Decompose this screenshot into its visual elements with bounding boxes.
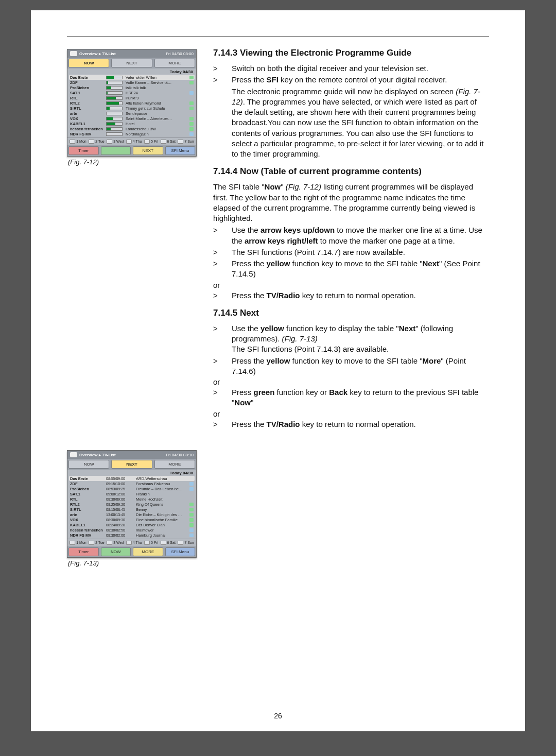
tv-color-key: Timer — [68, 547, 99, 556]
tv-programme-title: maintower — [136, 528, 188, 532]
tv-programme-time: 08:15/08:45 — [106, 508, 136, 511]
tv-programme-row: arteSendepause — [69, 111, 195, 116]
instruction-text: Press the yellow function key to move to… — [232, 259, 489, 280]
tv-day-item: 2 Tue — [89, 140, 105, 144]
tv-programme-row: ZDFVolle Kanne – Service tä… — [69, 80, 195, 85]
tv-footer-tabs: TimerNOWMORESFI Menu — [67, 546, 196, 557]
tv-programme-row: SAT.1HSE24 — [69, 90, 195, 95]
tv-progress-bar — [106, 117, 123, 121]
tv-progress-bar — [106, 132, 123, 136]
instruction-text: Use the yellow function key to display t… — [232, 323, 489, 355]
tv-programme-title: Forsthaus Falkenau — [136, 482, 188, 486]
tv-programme-row: KABEL108:24/09:20Der Denver Clan — [69, 522, 195, 527]
tv-programme-title: Sendepause — [126, 111, 194, 116]
tv-header: Overview ▸ TV-List Fri 04/30 08:10 — [67, 451, 196, 459]
tv-programme-row: Das Erste08:55/09:00ARD-Wetterschau — [69, 476, 195, 481]
tv-channel-name: ZDF — [70, 482, 106, 486]
instruction-text: Press the TV/Radio key to return to norm… — [232, 419, 489, 429]
tv-programme-time: 08:24/09:20 — [106, 523, 136, 527]
tv-programme-title: Timmy geht zur Schule — [126, 106, 188, 111]
tv-programme-title: Der Denver Clan — [136, 523, 188, 527]
sfi-logo-icon — [70, 452, 77, 457]
tv-channel-name: Das Erste — [70, 476, 106, 481]
tv-genre-icon — [189, 534, 194, 537]
tv-genre-icon — [189, 76, 194, 79]
tv-tab: MORE — [154, 460, 195, 469]
or-separator: or — [213, 409, 489, 418]
tv-tab: NOW — [68, 59, 109, 67]
instruction-item: > Press green function key or Back key t… — [213, 387, 489, 408]
instruction-marker: > — [213, 356, 232, 377]
tv-color-key: SFI Menu — [165, 547, 196, 556]
sfi-logo-icon — [70, 51, 77, 56]
tv-day-item: 3 Wed — [107, 140, 124, 144]
tv-genre-icon — [189, 523, 194, 527]
instruction-item: > Press the TV/Radio key to return to no… — [213, 290, 489, 301]
tv-programme-time: 08:30/09:30 — [106, 518, 136, 522]
tv-day-item: 7 Sun — [178, 140, 194, 144]
tv-breadcrumb: Overview ▸ TV-List — [79, 51, 116, 56]
tv-channel-name: S RTL — [70, 507, 106, 512]
instruction-marker: > — [213, 419, 232, 429]
tv-programme-time: 08:30/09:00 — [106, 497, 136, 501]
tv-tab: NOW — [68, 460, 109, 469]
two-column-layout: Overview ▸ TV-List Fri 04/30 08:00 NOWNE… — [67, 47, 489, 576]
tv-channel-name: RTL2 — [70, 101, 106, 106]
instruction-marker: > — [213, 290, 232, 301]
tv-programme-row: RTL208:25/09:20King Of Queens — [69, 502, 195, 507]
tv-programme-title: Nordmagazin — [126, 132, 188, 136]
figure-spacer — [67, 175, 201, 448]
tv-programme-title: talk talk talk — [126, 85, 194, 90]
tv-programme-row: KABEL1Hotel — [69, 121, 195, 126]
tv-programme-row: S RTLTimmy geht zur Schule — [69, 106, 195, 111]
tv-channel-name: SAT.1 — [70, 492, 106, 496]
tv-channel-name: hessen fernsehen — [70, 528, 106, 532]
tv-programme-time: 09:15/10:00 — [106, 482, 136, 486]
tv-channel-name: VOX — [70, 518, 106, 522]
tv-genre-icon — [189, 81, 194, 84]
tv-genre-icon — [189, 132, 194, 136]
tv-channel-name: ZDF — [70, 80, 106, 85]
tv-channel-name: hessen fernsehen — [70, 127, 106, 131]
tv-datetime: Fri 04/30 08:10 — [166, 453, 194, 457]
tv-programme-row: hessen fernsehen08:30/02:50maintower — [69, 527, 195, 532]
tv-programme-row: hessen fernsehenLandesschau BW — [69, 126, 195, 131]
tv-programme-row: ZDF09:15/10:00Forsthaus Falkenau — [69, 481, 195, 486]
tv-day-item: 4 Thu — [126, 541, 142, 545]
instruction-marker: > — [213, 387, 232, 408]
tv-channel-name: ProSieben — [70, 487, 106, 491]
instruction-marker: > — [213, 75, 232, 85]
heading-7-14-4: 7.14.4 Now (Table of current programme c… — [213, 166, 489, 177]
tv-programme-title: Saint Martin – Abenteuer… — [126, 116, 188, 121]
tv-date-label: Today 04/30 — [67, 470, 196, 476]
instruction-text: The SFI functions (Point 7.14.7) are now… — [232, 247, 489, 257]
tv-day-selector: 1 Mon2 Tue3 Wed4 Thu5 Fri6 Sat7 Sun — [67, 138, 196, 145]
top-rule — [67, 36, 489, 37]
tv-day-item: 4 Thu — [126, 140, 142, 144]
tv-programme-title: Vater wider Willen — [126, 75, 188, 80]
tv-color-key: SFI Menu — [165, 146, 196, 155]
tv-day-item: 6 Sat — [161, 541, 176, 545]
tv-programme-row: NDR FS MVNordmagazin — [69, 131, 195, 136]
paragraph: The electronic programme guide will now … — [213, 87, 489, 160]
instruction-text: Switch on both the digital receiver and … — [232, 63, 489, 74]
tv-programme-time: 08:55/09:00 — [106, 477, 136, 480]
tv-channel-name: NDR FS MV — [70, 132, 106, 136]
figure-7-12-caption: (Fig. 7-12) — [68, 158, 201, 166]
tv-day-item: 7 Sun — [178, 541, 194, 545]
tv-programme-row: ProSiebentalk talk talk — [69, 85, 195, 90]
tv-channel-name: ProSieben — [70, 85, 106, 90]
tv-tab: NEXT — [111, 460, 152, 469]
tv-day-item: 2 Tue — [89, 541, 105, 545]
tv-progress-bar — [106, 96, 123, 100]
instruction-marker: > — [213, 225, 232, 246]
tv-tabs: NOWNEXTMORE — [67, 58, 196, 68]
tv-programme-row: arte13:00/13:45Die Eiche – Königin des … — [69, 512, 195, 517]
tv-programme-title: Hamburg Journal — [136, 533, 188, 538]
tv-color-key: NEXT — [133, 146, 163, 155]
tv-genre-icon — [189, 91, 194, 95]
tv-programme-row: VOXSaint Martin – Abenteuer… — [69, 116, 195, 121]
tv-programme-title: Volle Kanne – Service tä… — [126, 80, 188, 85]
instruction-item: > Press the yellow function key to move … — [213, 356, 489, 377]
instruction-marker: > — [213, 323, 232, 355]
